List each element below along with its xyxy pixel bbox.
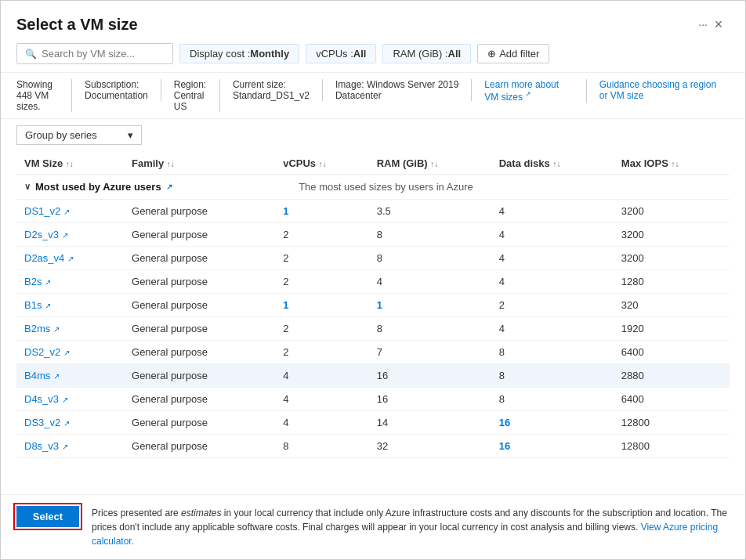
sort-icon-data-disks: ↑↓ [552,160,560,168]
group-by-select[interactable]: Group by series ▾ [16,125,142,145]
current-size-value: Standard_DS1_v2 [233,90,310,101]
max-iops-cell: 3200 [614,200,730,223]
table-row[interactable]: DS3_v2 ↗ General purpose 4 14 16 12800 [16,411,730,435]
table-row[interactable]: B1s ↗ General purpose 1 1 2 320 [16,294,730,317]
max-iops-cell: 12800 [614,411,730,435]
col-ram[interactable]: RAM (GiB) ↑↓ [369,151,491,175]
ram-cell: 7 [369,341,491,364]
display-cost-filter[interactable]: Display cost : Monthly [179,44,299,63]
chevron-down-icon: ▾ [128,129,133,141]
learn-more-link[interactable]: Learn more about VM sizes [484,79,559,103]
vm-name[interactable]: B1s [24,299,42,311]
trend-icon-7: ↗ [53,372,60,381]
vm-name[interactable]: DS2_v2 [24,346,60,358]
max-iops-cell: 12800 [614,435,730,458]
vm-table: VM Size ↑↓ Family ↑↓ vCPUs ↑↓ RAM (GiB) … [16,151,730,458]
col-max-iops[interactable]: Max IOPS ↑↓ [614,151,730,175]
guidance-link[interactable]: Guidance choosing a region or VM size [599,79,716,101]
group-sublabel: The most used sizes by users in Azure [299,181,473,193]
vm-name-cell: DS2_v2 ↗ [16,341,124,364]
vm-name-cell: B2ms ↗ [16,317,124,341]
table-header-row: VM Size ↑↓ Family ↑↓ vCPUs ↑↓ RAM (GiB) … [16,151,730,175]
add-filter-button[interactable]: ⊕ Add filter [477,44,549,63]
select-vm-dialog: Select a VM size ··· × 🔍 Display cost : … [0,0,746,560]
max-iops-cell: 2880 [614,364,730,388]
group-by-label: Group by series [25,129,97,141]
ram-cell: 8 [369,317,491,341]
vm-name[interactable]: B2s [24,276,42,287]
guidance-info: Guidance choosing a region or VM size [587,79,730,101]
showing-count: 448 VM sizes. [16,90,49,112]
vm-name[interactable]: B4ms [24,370,50,381]
group-header-row: ∨ Most used by Azure users ↗ The most us… [16,175,730,200]
ram-label: RAM (GiB) : [393,48,447,60]
showing-label: Showing [16,79,53,90]
menu-dots-icon[interactable]: ··· [698,18,708,31]
select-button[interactable]: Select [16,506,79,527]
vcpus-filter[interactable]: vCPUs : All [306,44,376,63]
vm-name[interactable]: DS1_v2 [24,205,60,217]
subscription-info: Subscription: Documentation [72,79,161,101]
table-row[interactable]: DS2_v2 ↗ General purpose 2 7 8 6400 [16,341,730,364]
search-box: 🔍 [16,43,173,64]
col-family[interactable]: Family ↑↓ [124,151,275,175]
col-data-disks[interactable]: Data disks ↑↓ [491,151,614,175]
sort-icon-vcpus: ↑↓ [319,160,327,168]
trend-icon-10: ↗ [62,443,68,451]
family-cell: General purpose [124,200,275,223]
vcpus-cell: 2 [275,317,369,341]
footer-disclaimer: Prices presented are estimates in your l… [92,506,730,548]
trend-icon-6: ↗ [63,349,70,357]
vm-name[interactable]: D2s_v3 [24,229,59,240]
table-row[interactable]: D2s_v3 ↗ General purpose 2 8 4 3200 [16,223,730,247]
vm-name[interactable]: DS3_v2 [24,417,60,428]
trend-icon-0: ↗ [63,208,70,216]
data-disks-cell: 8 [491,341,614,364]
search-icon: 🔍 [25,49,37,60]
vm-name-cell: D2as_v4 ↗ [16,247,124,270]
table-row[interactable]: DS1_v2 ↗ General purpose 1 3.5 4 3200 [16,200,730,223]
data-disks-cell: 16 [491,411,614,435]
col-vcpus[interactable]: vCPUs ↑↓ [275,151,369,175]
group-label: ∨ Most used by Azure users ↗ [24,181,267,193]
trend-icon-2: ↗ [67,255,74,263]
data-disks-cell: 4 [491,247,614,270]
expand-icon[interactable]: ∨ [24,182,31,192]
dialog-header: Select a VM size ··· × [1,1,745,43]
ram-cell: 4 [369,270,491,294]
vcpus-label: vCPUs : [316,48,353,60]
ram-cell: 8 [369,247,491,270]
table-row[interactable]: B4ms ↗ General purpose 4 16 8 2880 [16,364,730,388]
table-row[interactable]: D4s_v3 ↗ General purpose 4 16 8 6400 [16,388,730,411]
toolbar: 🔍 Display cost : Monthly vCPUs : All RAM… [1,43,745,72]
close-button[interactable]: × [708,13,730,35]
col-vm-size[interactable]: VM Size ↑↓ [16,151,124,175]
table-row[interactable]: D8s_v3 ↗ General purpose 8 32 16 12800 [16,435,730,458]
vm-name[interactable]: B2ms [24,323,50,334]
vcpus-cell: 4 [275,411,369,435]
learn-more-info: Learn more about VM sizes ↗ [472,79,586,103]
family-cell: General purpose [124,388,275,411]
ram-filter[interactable]: RAM (GiB) : All [382,44,471,63]
group-by-container: Group by series ▾ [1,119,745,151]
vm-name[interactable]: D4s_v3 [24,393,59,405]
vm-name[interactable]: D8s_v3 [24,440,59,452]
data-disks-cell: 8 [491,388,614,411]
current-size-info: Current size: Standard_DS1_v2 [220,79,323,101]
vcpus-cell: 2 [275,341,369,364]
vcpus-cell: 1 [275,294,369,317]
ram-cell: 16 [369,388,491,411]
table-row[interactable]: B2ms ↗ General purpose 2 8 4 1920 [16,317,730,341]
trend-icon-1: ↗ [62,231,68,240]
search-input[interactable] [42,48,159,60]
current-size-label: Current size: [233,79,286,90]
image-label: Image: Windows Server 2019 Datacenter [335,79,458,101]
table-row[interactable]: B2s ↗ General purpose 2 4 4 1280 [16,270,730,294]
ram-cell: 16 [369,364,491,388]
table-row[interactable]: D2as_v4 ↗ General purpose 2 8 4 3200 [16,247,730,270]
vm-name-cell: B4ms ↗ [16,364,124,388]
region-value: Central US [174,90,205,112]
family-cell: General purpose [124,317,275,341]
vm-name[interactable]: D2as_v4 [24,252,64,264]
ram-cell: 32 [369,435,491,458]
